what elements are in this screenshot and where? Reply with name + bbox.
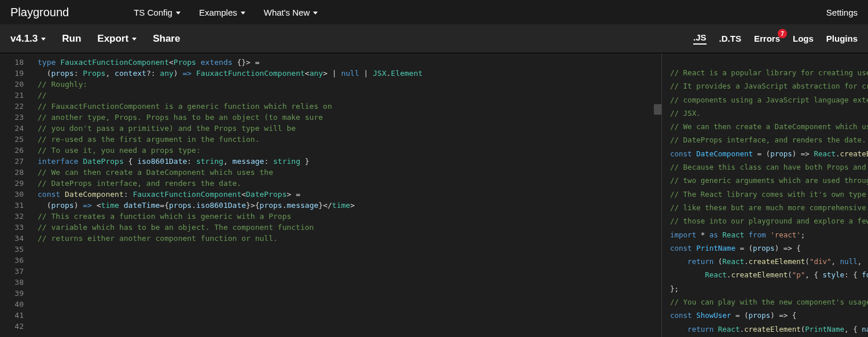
top-nav: Playground TS Config Examples What's New… bbox=[0, 0, 868, 24]
chevron-down-icon bbox=[132, 38, 137, 41]
error-count-badge: 7 bbox=[778, 29, 787, 38]
nav-ts-config[interactable]: TS Config bbox=[134, 8, 181, 17]
tab-logs[interactable]: Logs bbox=[793, 34, 814, 43]
output-pane: // React is a popular library for creati… bbox=[661, 53, 868, 337]
nav-examples-label: Examples bbox=[199, 8, 237, 17]
chevron-down-icon bbox=[313, 12, 318, 14]
version-label: v4.1.3 bbox=[10, 33, 38, 45]
version-selector[interactable]: v4.1.3 bbox=[10, 33, 46, 45]
nav-settings-label: Settings bbox=[826, 8, 858, 17]
scrollbar-thumb[interactable] bbox=[654, 104, 661, 115]
tab-errors[interactable]: Errors 7 bbox=[754, 34, 780, 43]
nav-ts-config-label: TS Config bbox=[134, 8, 172, 17]
share-button[interactable]: Share bbox=[153, 33, 180, 45]
code-editor[interactable]: type FauxactFunctionComponent<Props exte… bbox=[38, 57, 422, 244]
export-label: Export bbox=[97, 33, 128, 45]
line-number-gutter: 1819202122232425262728293031323334353637… bbox=[0, 53, 32, 332]
tab-dts[interactable]: .D.TS bbox=[719, 34, 741, 43]
editor-pane[interactable]: 1819202122232425262728293031323334353637… bbox=[0, 53, 661, 337]
sub-nav: v4.1.3 Run Export Share .JS .D.TS Errors… bbox=[0, 24, 868, 53]
export-button[interactable]: Export bbox=[97, 33, 137, 45]
chevron-down-icon bbox=[241, 12, 245, 14]
main-area: 1819202122232425262728293031323334353637… bbox=[0, 53, 868, 337]
nav-settings[interactable]: Settings bbox=[826, 8, 858, 17]
chevron-down-icon bbox=[41, 38, 46, 41]
run-button[interactable]: Run bbox=[62, 33, 81, 45]
tab-plugins[interactable]: Plugins bbox=[826, 34, 858, 43]
tab-errors-label: Errors bbox=[754, 34, 780, 43]
nav-examples[interactable]: Examples bbox=[199, 8, 245, 17]
nav-whats-new-label: What's New bbox=[264, 8, 310, 17]
logo: Playground bbox=[10, 6, 69, 19]
output-code: // React is a popular library for creati… bbox=[662, 53, 868, 336]
nav-whats-new[interactable]: What's New bbox=[264, 8, 318, 17]
tab-js[interactable]: .JS bbox=[693, 32, 707, 45]
chevron-down-icon bbox=[176, 12, 181, 14]
